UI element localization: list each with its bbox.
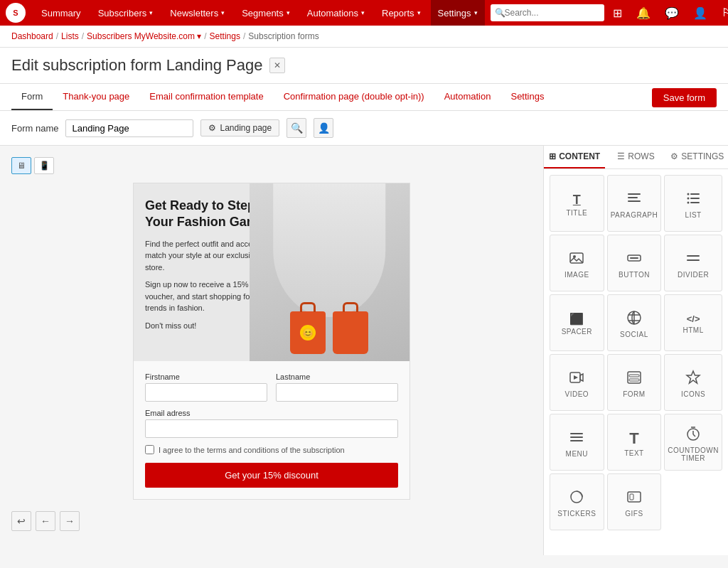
nav-reports[interactable]: Reports ▾ (375, 0, 428, 26)
forward-button[interactable]: → (60, 511, 80, 531)
form-icon (626, 370, 642, 387)
lastname-input[interactable] (276, 383, 398, 402)
content-item-video[interactable]: VIDEO (550, 354, 604, 411)
content-item-list[interactable]: LIST (664, 175, 722, 232)
chat-icon[interactable]: 💬 (659, 0, 685, 26)
countdown-icon (685, 426, 701, 444)
tab-automation[interactable]: Automation (434, 84, 501, 110)
email-field-wrapper: Email adress (145, 409, 398, 438)
svg-rect-21 (629, 379, 639, 381)
nav-settings[interactable]: Settings ▾ (431, 0, 485, 26)
rows-icon: ☰ (617, 151, 625, 161)
zoom-in-button[interactable]: 🔍 (287, 118, 306, 138)
gifs-icon (626, 489, 642, 507)
bell-icon[interactable]: 🔔 (631, 0, 656, 26)
panel-tabs: ⊞ CONTENT ☰ ROWS ⚙ SETTINGS (544, 146, 728, 169)
person-icon: 👤 (318, 122, 330, 134)
content-item-paragraph[interactable]: PARAGRAPH (607, 175, 662, 232)
content-item-spacer[interactable]: ⬛ SPACER (550, 294, 604, 351)
content-item-gifs[interactable]: GIFS (607, 473, 662, 530)
content-item-social[interactable]: SOCIAL (607, 294, 662, 351)
breadcrumb-lists[interactable]: Lists (61, 31, 79, 41)
tab-thankyou[interactable]: Thank-you page (53, 84, 139, 110)
back-icon: ← (41, 515, 50, 527)
firstname-input[interactable] (145, 383, 267, 402)
forward-icon: → (65, 515, 75, 527)
breadcrumb-dashboard[interactable]: Dashboard (11, 31, 53, 41)
content-item-divider[interactable]: DIVIDER (664, 235, 722, 291)
content-item-icons[interactable]: ICONS (664, 354, 722, 411)
tab-email-confirmation[interactable]: Email confirmation template (139, 84, 273, 110)
tab-confirmation-page[interactable]: Confirmation page (double opt-in)) (274, 84, 434, 110)
svg-rect-25 (570, 440, 583, 441)
form-name-input[interactable] (65, 119, 193, 137)
content-item-image[interactable]: IMAGE (550, 235, 604, 291)
svg-rect-12 (630, 257, 638, 259)
svg-rect-8 (690, 202, 700, 203)
lastname-field: Lastname (276, 373, 398, 402)
email-input[interactable] (145, 419, 398, 438)
html-icon: </> (687, 314, 700, 323)
submit-button[interactable]: Get your 15% discount (145, 463, 398, 488)
user-profile-button[interactable]: 👤 (314, 118, 333, 138)
terms-checkbox-row: I agree to the terms and conditions of t… (145, 445, 398, 454)
stickers-icon (569, 489, 584, 507)
top-navigation: S Summary Subscribers ▾ Newsletters ▾ Se… (0, 0, 728, 26)
spacer-icon: ⬛ (569, 314, 584, 325)
list-icon (685, 191, 701, 208)
chevron-down-icon: ▾ (287, 9, 290, 16)
svg-rect-23 (570, 433, 583, 434)
chevron-down-icon: ▾ (474, 9, 478, 16)
terms-checkbox[interactable] (145, 445, 154, 454)
user-icon[interactable]: 👤 (687, 0, 713, 26)
grid-icon[interactable]: ⊞ (607, 0, 628, 26)
text-icon: T (629, 431, 638, 446)
nav-subscribers[interactable]: Subscribers ▾ (91, 0, 161, 26)
svg-line-28 (693, 434, 695, 436)
page-title: Edit subscription form Landing Page (11, 56, 262, 75)
breadcrumb-settings[interactable]: Settings (210, 31, 240, 41)
tab-settings[interactable]: Settings (500, 84, 554, 110)
nav-automations[interactable]: Automations ▾ (300, 0, 372, 26)
panel-tab-settings[interactable]: ⚙ SETTINGS (667, 146, 728, 168)
icons-icon (685, 370, 701, 387)
content-item-text[interactable]: T TEXT (607, 414, 662, 471)
settings-icon: ⚙ (208, 123, 216, 133)
flag-icon[interactable]: 🏳 (716, 0, 728, 26)
undo-button[interactable]: ↩ (11, 511, 31, 531)
tab-form[interactable]: Form (11, 84, 53, 110)
nav-segments[interactable]: Segments ▾ (235, 0, 297, 26)
chevron-down-icon: ▾ (149, 9, 153, 16)
logo[interactable]: S (6, 3, 26, 23)
chevron-down-icon: ▾ (361, 9, 365, 16)
content-item-title[interactable]: T TITLE (550, 175, 604, 232)
panel-tab-content[interactable]: ⊞ CONTENT (544, 146, 605, 168)
menu-icon (569, 429, 584, 447)
nav-summary[interactable]: Summary (34, 0, 88, 26)
nav-newsletters[interactable]: Newsletters ▾ (163, 0, 232, 26)
content-item-menu[interactable]: MENU (550, 414, 604, 471)
panel-tab-rows[interactable]: ☰ ROWS (605, 146, 666, 168)
close-button[interactable]: ✕ (269, 58, 285, 73)
bottom-toolbar: ↩ ← → (11, 511, 80, 531)
content-item-html[interactable]: </> HTML (664, 294, 722, 351)
name-row: Firstname Lastname (145, 373, 398, 402)
content-item-stickers[interactable]: STICKERS (550, 473, 604, 530)
svg-rect-1 (628, 197, 638, 198)
content-item-form[interactable]: FORM (607, 354, 662, 411)
content-item-countdown[interactable]: COUNTDOWN TIMER (664, 414, 722, 471)
svg-rect-20 (629, 375, 639, 377)
svg-rect-24 (570, 436, 583, 438)
content-item-button[interactable]: BUTTON (607, 235, 662, 291)
back-button[interactable]: ← (36, 511, 55, 531)
breadcrumb-subscribers[interactable]: Subscribers MyWebsite.com ▾ (87, 31, 201, 41)
landing-page-button[interactable]: ⚙ Landing page (200, 119, 279, 136)
divider-icon (685, 250, 701, 268)
social-icon (626, 310, 642, 328)
mobile-view-button[interactable]: 📱 (34, 157, 54, 174)
search-input[interactable] (491, 4, 604, 21)
save-form-button[interactable]: Save form (652, 88, 717, 107)
desktop-view-button[interactable]: 🖥 (11, 157, 31, 174)
canvas-area: 🖥 📱 Get Ready to Step Up Your Fashion Ga… (0, 146, 543, 555)
smiley-face: 😊 (300, 325, 316, 341)
